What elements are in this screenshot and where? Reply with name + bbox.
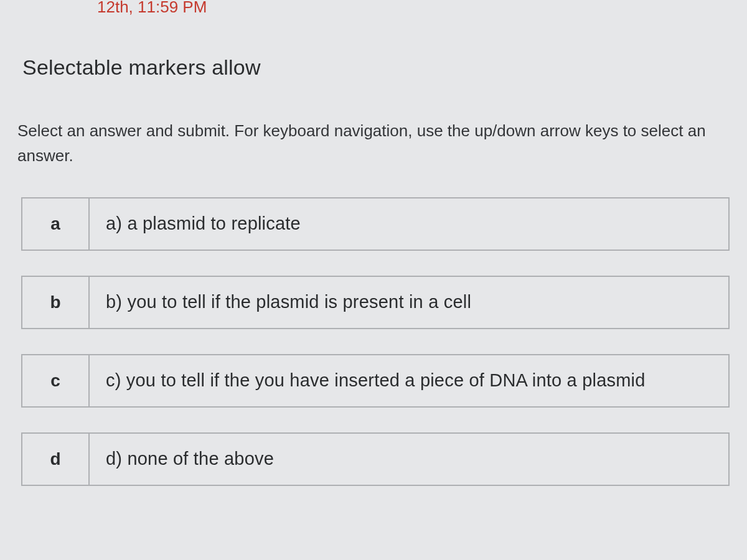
answer-option-a[interactable]: a a) a plasmid to replicate <box>21 197 730 251</box>
option-key-label: a <box>22 198 90 250</box>
option-key-label: b <box>22 277 90 328</box>
option-text: a) a plasmid to replicate <box>90 198 728 250</box>
answer-option-d[interactable]: d d) none of the above <box>21 432 730 486</box>
question-prompt: Selectable markers allow <box>22 55 730 80</box>
question-instructions: Select an answer and submit. For keyboar… <box>17 118 730 169</box>
due-date: 12th, 11:59 PM <box>97 0 730 17</box>
answer-option-b[interactable]: b b) you to tell if the plasmid is prese… <box>21 276 730 329</box>
option-text: b) you to tell if the plasmid is present… <box>90 277 728 328</box>
option-text: c) you to tell if the you have inserted … <box>90 355 728 406</box>
option-text: d) none of the above <box>90 434 728 485</box>
answer-option-c[interactable]: c c) you to tell if the you have inserte… <box>21 354 730 408</box>
answer-options: a a) a plasmid to replicate b b) you to … <box>21 197 730 486</box>
option-key-label: d <box>22 434 90 485</box>
option-key-label: c <box>22 355 90 406</box>
